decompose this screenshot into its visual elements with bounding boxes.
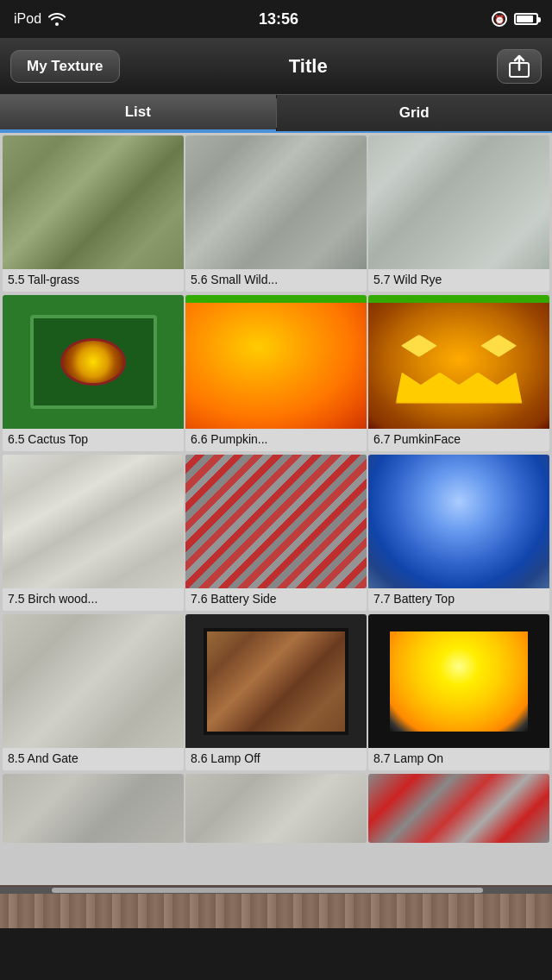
list-item[interactable]	[185, 774, 367, 843]
list-item[interactable]	[368, 774, 549, 843]
texture-label: 5.6 Small Wild...	[185, 269, 367, 292]
clock-icon: ⏰	[492, 11, 507, 27]
texture-preview	[185, 614, 367, 748]
list-item[interactable]: 6.7 PumkinFace	[368, 295, 549, 451]
home-area	[0, 928, 552, 980]
tab-grid[interactable]: Grid	[277, 95, 553, 131]
list-item[interactable]: 7.5 Birch wood...	[3, 455, 184, 611]
grid-row-4: 8.5 And Gate 8.6 Lamp Off 8.7 Lamp On	[2, 613, 550, 771]
list-item[interactable]: 6.5 Cactus Top	[3, 295, 184, 451]
texture-preview	[3, 295, 184, 429]
list-item[interactable]: 5.6 Small Wild...	[185, 135, 367, 292]
texture-preview	[185, 295, 367, 429]
grid-row-5	[2, 773, 550, 844]
tab-list[interactable]: List	[0, 95, 276, 131]
status-bar-time: 13:56	[259, 10, 298, 28]
status-bar-right: ⏰	[492, 11, 538, 27]
texture-label: 5.5 Tall-grass	[3, 269, 184, 292]
grid-row-3: 7.5 Birch wood... 7.6 Battery Side 7.7 B…	[2, 454, 550, 612]
texture-preview	[368, 455, 549, 588]
texture-preview	[368, 774, 549, 843]
list-item[interactable]: 7.7 Battery Top	[368, 455, 549, 611]
texture-preview	[368, 135, 549, 269]
list-item[interactable]: 8.6 Lamp Off	[185, 614, 367, 770]
texture-label: 7.6 Battery Side	[185, 588, 367, 611]
scroll-indicator	[0, 887, 552, 894]
list-item[interactable]: 7.6 Battery Side	[185, 455, 367, 611]
texture-preview	[185, 455, 367, 588]
status-bar: iPod 13:56 ⏰	[0, 0, 552, 38]
share-icon	[507, 54, 531, 79]
share-button[interactable]	[497, 49, 542, 84]
nav-bar: My Texture Title	[0, 38, 552, 95]
status-bar-left: iPod	[14, 11, 66, 27]
device-name: iPod	[14, 11, 41, 27]
list-item[interactable]: 8.5 And Gate	[3, 614, 184, 770]
texture-preview	[3, 455, 184, 588]
texture-preview	[3, 614, 184, 748]
list-item[interactable]: 5.5 Tall-grass	[3, 135, 184, 292]
texture-preview	[368, 295, 549, 429]
segment-control: List Grid	[0, 95, 552, 133]
grid-row-1: 5.5 Tall-grass 5.6 Small Wild... 5.7 Wil…	[2, 135, 550, 292]
texture-grid: 5.5 Tall-grass 5.6 Small Wild... 5.7 Wil…	[0, 133, 552, 885]
scroll-thumb	[52, 888, 483, 893]
texture-label: 6.7 PumkinFace	[368, 429, 549, 451]
texture-label: 7.5 Birch wood...	[3, 588, 184, 611]
texture-label: 8.7 Lamp On	[368, 748, 549, 770]
texture-label: 5.7 Wild Rye	[368, 269, 549, 292]
list-item[interactable]: 6.6 Pumpkin...	[185, 295, 367, 451]
battery-icon	[514, 13, 538, 25]
list-item[interactable]: 8.7 Lamp On	[368, 614, 549, 770]
grid-row-2: 6.5 Cactus Top 6.6 Pumpkin...	[2, 294, 550, 452]
texture-preview	[3, 135, 184, 269]
texture-preview	[185, 135, 367, 269]
list-item[interactable]	[3, 774, 184, 843]
texture-label: 7.7 Battery Top	[368, 588, 549, 611]
list-item[interactable]: 5.7 Wild Rye	[368, 135, 549, 292]
bottom-texture-bar	[0, 885, 552, 928]
texture-preview	[368, 614, 549, 748]
texture-label: 6.5 Cactus Top	[3, 429, 184, 451]
texture-label: 6.6 Pumpkin...	[185, 429, 367, 451]
texture-preview	[185, 774, 367, 843]
wifi-icon	[48, 12, 66, 26]
back-button[interactable]: My Texture	[10, 50, 120, 83]
texture-preview	[3, 774, 184, 843]
texture-label: 8.5 And Gate	[3, 748, 184, 770]
texture-label: 8.6 Lamp Off	[185, 748, 367, 770]
nav-title: Title	[120, 55, 498, 78]
